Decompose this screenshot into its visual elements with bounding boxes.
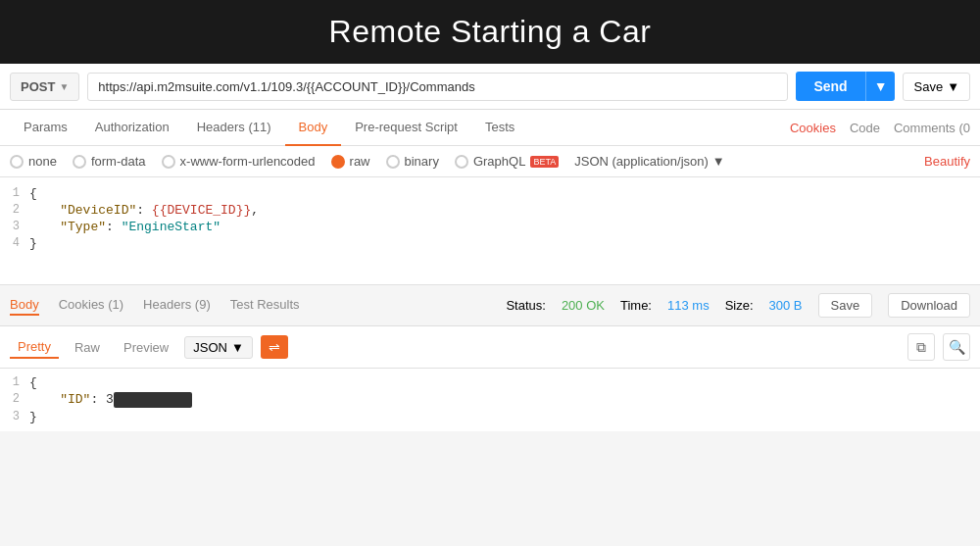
comments-link[interactable]: Comments (0: [894, 121, 970, 135]
response-code-area[interactable]: 1 { 2 "ID": 3 3 }: [0, 369, 980, 431]
tab-tests[interactable]: Tests: [471, 110, 528, 146]
line-content-2: "DeviceID": {{DEVICE_ID}},: [29, 203, 259, 218]
wrap-icon: ⇌: [269, 339, 280, 355]
radio-graphql-icon: [455, 155, 468, 169]
resp-line-num-2: 2: [0, 392, 29, 406]
response-tab-cookies[interactable]: Cookies (1): [59, 295, 123, 316]
url-bar: POST ▼ Send ▼ Save ▼: [0, 64, 980, 110]
method-label: POST: [21, 79, 55, 94]
line-num-1: 1: [0, 186, 29, 200]
code-editor[interactable]: 1 { 2 "DeviceID": {{DEVICE_ID}}, 3 "Type…: [0, 177, 980, 285]
option-binary-label: binary: [405, 154, 439, 169]
resp-line-content-1: {: [29, 375, 37, 390]
format-value: JSON: [193, 340, 227, 355]
copy-button[interactable]: ⧉: [907, 333, 935, 361]
search-icon: 🔍: [949, 339, 965, 355]
code-link[interactable]: Code: [850, 121, 880, 135]
send-dropdown-icon[interactable]: ▼: [865, 72, 896, 101]
radio-url-encoded-icon: [162, 155, 175, 169]
radio-binary-icon: [386, 155, 400, 169]
code-line-4: 4 }: [0, 235, 980, 252]
tab-right-area: Cookies Code Comments (0: [790, 121, 970, 135]
code-line-3: 3 "Type": "EngineStart": [0, 219, 980, 235]
response-save-button[interactable]: Save: [818, 293, 873, 318]
json-type-chevron-icon: ▼: [712, 154, 725, 169]
time-value: 113 ms: [667, 298, 710, 313]
line-content-4: }: [29, 236, 37, 251]
resp-line-num-3: 3: [0, 410, 29, 423]
method-chevron-icon: ▼: [59, 81, 69, 92]
cookies-link[interactable]: Cookies: [790, 121, 836, 135]
format-select[interactable]: JSON ▼: [184, 336, 253, 359]
method-select[interactable]: POST ▼: [10, 73, 79, 101]
resp-code-line-2: 2 "ID": 3: [0, 391, 980, 409]
wrap-button[interactable]: ⇌: [261, 335, 288, 359]
response-tab-headers[interactable]: Headers (9): [143, 295, 211, 316]
send-button[interactable]: Send ▼: [796, 72, 895, 101]
time-label: Time:: [620, 298, 652, 313]
copy-icon: ⧉: [916, 339, 926, 356]
tab-params[interactable]: Params: [10, 110, 81, 146]
json-type-label: JSON (application/json): [574, 154, 709, 169]
option-graphql[interactable]: GraphQL BETA: [455, 154, 559, 169]
option-form-data-label: form-data: [91, 154, 146, 169]
redacted-value: [114, 392, 192, 408]
body-options-bar: none form-data x-www-form-urlencoded raw…: [0, 146, 980, 177]
response-bar: Body Cookies (1) Headers (9) Test Result…: [0, 285, 980, 326]
resp-line-content-3: }: [29, 410, 37, 424]
option-url-encoded[interactable]: x-www-form-urlencoded: [162, 154, 316, 169]
response-download-button[interactable]: Download: [888, 293, 970, 318]
resp-code-line-1: 1 {: [0, 374, 980, 391]
format-tab-pretty[interactable]: Pretty: [10, 336, 59, 359]
save-label: Save: [913, 79, 943, 94]
radio-form-data-icon: [73, 155, 86, 169]
response-tab-test-results[interactable]: Test Results: [230, 295, 300, 316]
beautify-button[interactable]: Beautify: [924, 154, 970, 169]
line-num-3: 3: [0, 220, 29, 233]
resp-code-line-3: 3 }: [0, 409, 980, 425]
size-label: Size:: [725, 298, 754, 313]
beta-badge: BETA: [530, 156, 559, 168]
format-tab-raw[interactable]: Raw: [67, 337, 108, 358]
page-title: Remote Starting a Car: [329, 14, 652, 49]
option-raw-label: raw: [350, 154, 370, 169]
tab-headers[interactable]: Headers (11): [183, 110, 285, 146]
code-line-1: 1 {: [0, 185, 980, 202]
code-line-2: 2 "DeviceID": {{DEVICE_ID}},: [0, 202, 980, 219]
option-none-label: none: [28, 154, 57, 169]
status-value: 200 OK: [562, 298, 605, 313]
line-content-3: "Type": "EngineStart": [29, 220, 220, 234]
resp-line-content-2: "ID": 3: [29, 392, 192, 408]
option-form-data[interactable]: form-data: [73, 154, 146, 169]
line-num-2: 2: [0, 203, 29, 217]
radio-none-icon: [10, 155, 24, 169]
save-dropdown-icon: ▼: [947, 79, 959, 94]
option-none[interactable]: none: [10, 154, 57, 169]
url-input[interactable]: [87, 73, 788, 101]
line-num-4: 4: [0, 236, 29, 250]
resp-line-num-1: 1: [0, 375, 29, 389]
response-tab-body[interactable]: Body: [10, 295, 39, 316]
option-url-encoded-label: x-www-form-urlencoded: [180, 154, 316, 169]
option-graphql-label: GraphQL: [473, 154, 525, 169]
status-label: Status:: [506, 298, 545, 313]
search-button[interactable]: 🔍: [943, 333, 970, 361]
size-value: 300 B: [769, 298, 803, 313]
radio-raw-icon: [331, 155, 345, 169]
format-tab-preview[interactable]: Preview: [116, 337, 176, 358]
tab-authorization[interactable]: Authorization: [81, 110, 183, 146]
response-meta: Status: 200 OK Time: 113 ms Size: 300 B …: [506, 293, 970, 318]
request-tab-bar: Params Authorization Headers (11) Body P…: [0, 110, 980, 146]
tab-body[interactable]: Body: [285, 110, 342, 146]
response-format-bar: Pretty Raw Preview JSON ▼ ⇌ ⧉ 🔍: [0, 326, 980, 369]
tab-pre-request-script[interactable]: Pre-request Script: [341, 110, 471, 146]
json-type-select[interactable]: JSON (application/json) ▼: [574, 154, 724, 169]
send-label: Send: [796, 72, 864, 101]
option-binary[interactable]: binary: [386, 154, 439, 169]
format-chevron-icon: ▼: [231, 340, 244, 355]
title-bar: Remote Starting a Car: [0, 0, 980, 64]
save-button[interactable]: Save ▼: [903, 73, 970, 101]
option-raw[interactable]: raw: [331, 154, 370, 169]
line-content-1: {: [29, 186, 37, 201]
